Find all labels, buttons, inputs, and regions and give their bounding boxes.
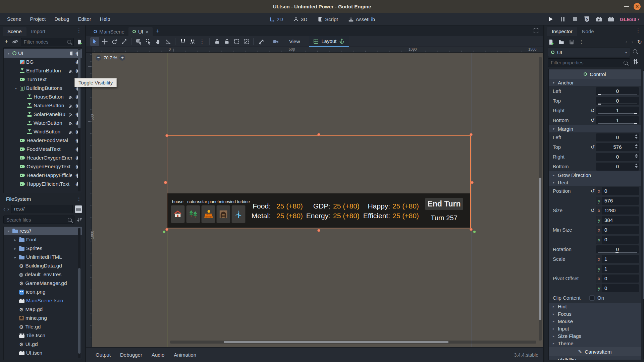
- stop-button[interactable]: [572, 16, 578, 22]
- tree-caret-icon[interactable]: ▸: [551, 312, 556, 316]
- scene-node-ui[interactable]: ▾UI◉: [4, 49, 82, 58]
- section-theme[interactable]: ▸Theme: [549, 340, 641, 347]
- tree-caret-icon[interactable]: ▸: [551, 327, 556, 330]
- file-gamemanager-gd[interactable]: ⚙GameManager.gd: [4, 279, 82, 288]
- smart-snap-button[interactable]: [178, 37, 187, 46]
- property-editor[interactable]: 0: [596, 87, 639, 95]
- section-mouse[interactable]: ▸Mouse: [549, 317, 641, 325]
- property-editor[interactable]: 576: [596, 143, 639, 151]
- section-hint[interactable]: ▸Hint: [549, 303, 641, 310]
- add-node-button[interactable]: +: [3, 38, 9, 46]
- search-files-input[interactable]: [3, 216, 74, 224]
- revert-icon[interactable]: ↺: [589, 207, 596, 214]
- ruler-tool-button[interactable]: [163, 37, 172, 46]
- signal-icon[interactable]: [69, 68, 74, 73]
- tab-node[interactable]: Node: [577, 27, 599, 36]
- slider-grabber[interactable]: [598, 104, 601, 105]
- handle-bottom-mid[interactable]: [317, 229, 320, 232]
- bottom-tab-debugger[interactable]: Debugger: [115, 352, 147, 358]
- property-editor[interactable]: x0: [596, 275, 639, 283]
- file-buildingdata-gd[interactable]: ⚙BuildingData.gd: [4, 261, 82, 270]
- play-html5-button[interactable]: 5: [584, 16, 590, 22]
- tree-caret-icon[interactable]: ▾: [551, 181, 556, 184]
- handle-top-right[interactable]: [470, 133, 473, 136]
- signal-icon[interactable]: [69, 129, 74, 134]
- sort-files-button[interactable]: [76, 217, 82, 223]
- tree-caret-icon[interactable]: ▾: [6, 229, 11, 233]
- scene-tab-ui[interactable]: UI×: [128, 27, 153, 36]
- section-size-flags[interactable]: ▸Size Flags: [549, 332, 641, 340]
- spinner-arrows[interactable]: [635, 134, 638, 139]
- handle-bottom-right[interactable]: [470, 228, 473, 231]
- file-map-gd[interactable]: ⚙Map.gd: [4, 305, 82, 314]
- file-icon-png[interactable]: icon.png: [4, 288, 82, 296]
- workspace-script[interactable]: Script: [317, 16, 338, 22]
- renderer-selector[interactable]: GLES3 ▾: [620, 16, 639, 22]
- tree-caret-icon[interactable]: ▾: [551, 358, 556, 360]
- minimize-icon[interactable]: [624, 6, 629, 7]
- revert-icon[interactable]: ↺: [589, 117, 596, 123]
- property-editor[interactable]: y0: [596, 284, 639, 292]
- slider-grabber[interactable]: [598, 94, 601, 95]
- property-editor[interactable]: y384: [596, 216, 639, 224]
- property-editor[interactable]: x1: [596, 255, 639, 263]
- revert-icon[interactable]: ↺: [589, 188, 596, 194]
- property-editor[interactable]: x0: [596, 226, 639, 234]
- tree-caret-icon[interactable]: ▾: [14, 86, 18, 90]
- section-visibility[interactable]: ▾Visibility: [549, 356, 641, 360]
- section-margin[interactable]: ▾Margin: [549, 125, 641, 132]
- zoom-level[interactable]: 70.7 %: [104, 55, 117, 60]
- scene-node-windbutton[interactable]: WindButton◉: [4, 127, 82, 136]
- layout-menu[interactable]: Layout: [309, 36, 349, 47]
- open-docs-icon[interactable]: [633, 49, 637, 55]
- signal-icon[interactable]: [69, 112, 74, 117]
- scene-node-foodmetaltext[interactable]: FoodMetalText◉: [4, 145, 82, 154]
- tree-caret-icon[interactable]: ▸: [13, 238, 17, 242]
- file-tile-tscn[interactable]: Tile.tscn: [4, 331, 82, 340]
- dots-menu-icon[interactable]: ⋮: [636, 27, 641, 34]
- group-button[interactable]: [232, 37, 241, 46]
- scale-tool-button[interactable]: [119, 37, 128, 46]
- pan-tool-button[interactable]: [154, 37, 163, 46]
- resource-options-menu[interactable]: ⋮: [579, 39, 584, 45]
- camera-override-button[interactable]: [271, 37, 280, 46]
- zoom-out-button[interactable]: −: [96, 55, 101, 61]
- edited-object-selector[interactable]: UI ▾: [548, 48, 630, 57]
- fs-scrollbar[interactable]: [78, 228, 80, 358]
- slider-grabber[interactable]: [615, 252, 619, 253]
- signal-icon[interactable]: [69, 121, 74, 126]
- section-grow-direction[interactable]: ▸Grow Direction: [549, 171, 641, 179]
- select-tool-button[interactable]: [90, 37, 99, 46]
- bottom-tab-audio[interactable]: Audio: [147, 352, 169, 358]
- section-rect[interactable]: ▾Rect: [549, 179, 641, 186]
- property-editor[interactable]: x0: [596, 187, 639, 195]
- property-editor[interactable]: y576: [596, 197, 639, 205]
- file-mainscene-tscn[interactable]: MainScene.tscn: [4, 296, 82, 305]
- load-resource-button[interactable]: [558, 39, 565, 45]
- scene-tree-scrollbar[interactable]: [78, 49, 80, 191]
- canvas-hscrollbar[interactable]: [170, 341, 536, 344]
- scene-node-naturebutton[interactable]: NatureButton◉: [4, 101, 82, 110]
- grid-snap-button[interactable]: [188, 37, 197, 46]
- checkbox[interactable]: [589, 295, 595, 301]
- play-custom-scene-button[interactable]: [608, 16, 614, 22]
- handle-mid-right[interactable]: [471, 181, 474, 184]
- property-editor[interactable]: 0: [596, 163, 639, 171]
- scene-node-waterbutton[interactable]: WaterButton◉: [4, 119, 82, 127]
- menu-scene[interactable]: Scene: [3, 13, 26, 25]
- distraction-free-icon[interactable]: [533, 28, 539, 35]
- scene-node-headerhappyefficien[interactable]: HeaderHappyEfficien◉: [4, 171, 82, 180]
- instance-scene-button[interactable]: [12, 39, 18, 45]
- menu-project[interactable]: Project: [26, 13, 50, 25]
- ungroup-button[interactable]: [241, 37, 251, 46]
- pause-button[interactable]: [559, 16, 566, 22]
- file-sprites[interactable]: ▸Sprites: [4, 244, 82, 253]
- close-icon[interactable]: ×: [146, 29, 149, 35]
- handle-top-left[interactable]: [165, 134, 168, 137]
- scene-tab-mainscene[interactable]: MainScene: [90, 27, 128, 36]
- filter-nodes-input[interactable]: [21, 38, 74, 46]
- handle-bottom-left[interactable]: [165, 228, 168, 231]
- snap-options-menu[interactable]: ⋮: [198, 37, 207, 46]
- pivot-tool-button[interactable]: [144, 37, 153, 46]
- object-history-button[interactable]: ↻: [637, 39, 642, 46]
